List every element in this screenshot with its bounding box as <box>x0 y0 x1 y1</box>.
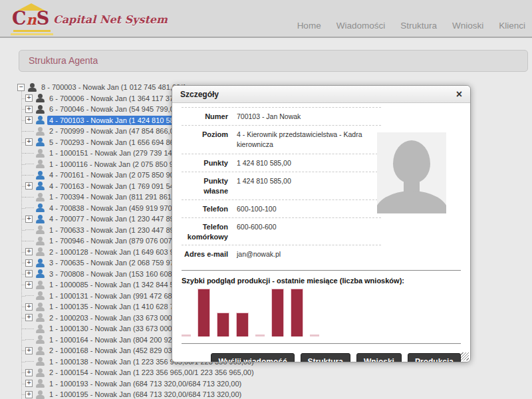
expand-icon[interactable]: + <box>25 106 33 113</box>
expand-icon[interactable]: + <box>25 391 33 398</box>
produkcja-button[interactable]: Produkcja <box>408 353 461 362</box>
expand-icon[interactable]: + <box>25 347 33 354</box>
production-chart-title: Szybki podgląd produkcji - ostatnie mies… <box>182 277 461 285</box>
detail-field-row: Poziom4 - Kierownik przedstawicielstwa -… <box>182 125 381 153</box>
tree-node-label[interactable]: 2 - 1000154 - Nowak Jan (1 223 356 965,0… <box>47 368 256 377</box>
expand-icon[interactable]: + <box>25 116 33 124</box>
tree-node-label[interactable]: 4 - 700163 - Nowak Jan (1 769 091 543,00 <box>47 182 190 191</box>
tree-node-label[interactable]: 1 - 1000193 - Nowak Jan (684 713 320,00/… <box>47 379 243 388</box>
field-label: Adres e-mail <box>182 249 228 259</box>
wyślij-wiadomość-button[interactable]: Wyślij wiadomość <box>211 353 294 362</box>
avatar-shoulders <box>377 191 446 213</box>
expand-icon[interactable]: + <box>25 314 33 321</box>
expand-icon[interactable]: + <box>25 303 33 311</box>
expand-icon[interactable]: + <box>25 94 33 102</box>
expand-icon[interactable]: + <box>25 138 33 146</box>
expand-icon[interactable]: + <box>25 270 33 277</box>
expander-slot <box>25 336 34 343</box>
dialog-titlebar[interactable]: Szczegóły × <box>172 86 470 103</box>
expander-slot: + <box>25 116 34 124</box>
tree-node-label[interactable]: 4 - 700838 - Nowak Jan (459 919 970,00/4 <box>47 203 190 213</box>
tree-node-label[interactable]: 2 - 700999 - Nowak Jan (47 854 866,00/47 <box>47 126 190 136</box>
tree-node-label[interactable]: 4 - 700161 - Nowak Jan (2 075 850 905,00 <box>47 170 190 180</box>
expander-slot: + <box>25 259 34 267</box>
brand-name: Capital Net System <box>53 13 168 26</box>
chart-bar <box>217 313 229 336</box>
tree-node-label[interactable]: 5 - 700293 - Nowak Jan (1 656 694 868,00 <box>47 138 190 147</box>
chart-bar <box>198 289 210 336</box>
person-icon <box>36 215 45 223</box>
nav-item-struktura[interactable]: Struktura <box>400 21 437 31</box>
expander-slot <box>25 128 34 135</box>
expander-slot: + <box>25 369 34 376</box>
tree-node-label[interactable]: 6 - 700046 - Nowak Jan (54 945 799,00/54 <box>47 104 190 114</box>
expander-slot <box>25 150 34 157</box>
tree-node-label[interactable]: 2 - 1000168 - Nowak Jan (452 829 037,00/ <box>47 346 190 355</box>
dialog-title: Szczegóły <box>172 90 448 99</box>
expander-slot <box>25 237 34 245</box>
tree-node-label[interactable]: 1 - 1000135 - Nowak Jan (1 410 628 719,0 <box>47 302 190 311</box>
detail-field-row: Telefon600-100-100 <box>182 200 381 217</box>
expand-icon[interactable]: + <box>25 369 33 376</box>
person-icon <box>36 335 45 344</box>
tree-node-label[interactable]: 1 - 700394 - Nowak Jan (811 291 861,00/8 <box>47 192 190 201</box>
tree-node-label[interactable]: 1 - 700946 - Nowak Jan (879 076 007,00/8 <box>47 236 190 245</box>
expander-slot: + <box>25 380 34 387</box>
nav-item-wnioski[interactable]: Wnioski <box>452 21 483 31</box>
person-icon <box>36 182 45 190</box>
expander-slot <box>25 160 34 168</box>
expand-icon[interactable]: + <box>25 259 33 267</box>
expander-slot: + <box>25 303 34 311</box>
resize-handle[interactable] <box>461 352 469 360</box>
expand-icon[interactable]: + <box>25 380 33 387</box>
nav-item-wiadomoci[interactable]: Wiadomości <box>336 21 386 31</box>
main-nav: HomeWiadomościStrukturaWnioskiKlienci <box>297 21 525 31</box>
expander-slot: + <box>25 215 34 223</box>
collapse-icon[interactable]: − <box>17 84 25 91</box>
tree-node-label[interactable]: 1 - 1000151 - Nowak Jan (279 739 149,00/ <box>47 148 190 158</box>
panel-header-struktura-agenta[interactable]: Struktura Agenta <box>19 50 528 72</box>
tree-node-label[interactable]: 8 - 700003 - Nowak Jan (1 012 745 481,00… <box>39 82 188 92</box>
nav-item-klienci[interactable]: Klienci <box>499 21 525 31</box>
tree-node-label[interactable]: 1 - 1000164 - Nowak Jan (804 200 928,00/ <box>47 335 190 344</box>
tree-node-label[interactable]: 1 - 1000131 - Nowak Jan (991 472 682,00/ <box>47 291 190 301</box>
expand-icon[interactable]: + <box>25 248 33 255</box>
expand-icon[interactable]: + <box>25 215 33 223</box>
tree-node-label[interactable]: 1 - 1000130 - Nowak Jan (33 673 000,00/3 <box>47 324 190 333</box>
close-icon[interactable]: × <box>448 86 470 102</box>
tree-node-label[interactable]: 1 - 700633 - Nowak Jan (1 230 447 898,00 <box>47 225 190 235</box>
logo-step-icon <box>13 30 51 32</box>
person-icon <box>36 269 45 278</box>
avatar-neck <box>404 178 420 192</box>
expander-slot <box>25 194 34 201</box>
expander-slot: + <box>25 391 34 398</box>
person-icon <box>36 303 45 311</box>
nav-item-home[interactable]: Home <box>297 21 321 31</box>
chart-zero-tick <box>255 334 265 336</box>
expand-icon[interactable]: + <box>25 281 33 289</box>
tree-node-label[interactable]: 4 - 700077 - Nowak Jan (1 230 447 898,00 <box>47 214 190 223</box>
tree-node-label[interactable]: 1 - 1000116 - Nowak Jan (2 075 850 905,0 <box>47 160 190 169</box>
tree-node-label[interactable]: 3 - 700808 - Nowak Jan (153 160 608,00/1 <box>47 269 190 279</box>
struktura-button[interactable]: Struktura <box>301 353 350 362</box>
expand-icon[interactable]: + <box>25 182 33 190</box>
tree-node-label[interactable]: 3 - 700635 - Nowak Jan (2 068 759 972,00 <box>47 258 190 267</box>
tree-node-label-selected[interactable]: 4 - 700103 - Nowak Jan (1 424 810 585,00 <box>47 116 190 125</box>
expander-slot <box>25 292 34 299</box>
divider <box>182 270 461 271</box>
person-icon <box>36 171 45 180</box>
tree-node-label[interactable]: 6 - 700006 - Nowak Jan (1 364 117 372,00 <box>47 94 190 103</box>
person-icon <box>36 203 45 212</box>
detail-field-row: Telefon komórkowy600-600-600 <box>182 217 381 245</box>
production-bar-chart <box>182 287 461 336</box>
tree-node-label[interactable]: 1 - 1000085 - Nowak Jan (1 342 844 573,0 <box>47 280 190 289</box>
tree-node-label[interactable]: 2 - 1000203 - Nowak Jan (33 673 000,00/3 <box>47 313 190 323</box>
wnioski-button[interactable]: Wnioski <box>356 353 402 362</box>
person-icon <box>36 346 45 355</box>
tree-node-label[interactable]: 2 - 1000128 - Nowak Jan (1 649 603 935,0 <box>47 247 190 257</box>
tree-node-label[interactable]: 1 - 1000195 - Nowak Jan (684 713 320,00/… <box>47 390 243 399</box>
logo-letter-c: C <box>12 9 27 28</box>
expander-slot <box>25 172 34 179</box>
field-value: 700103 - Jan Nowak <box>237 112 301 122</box>
avatar-head <box>393 140 430 183</box>
